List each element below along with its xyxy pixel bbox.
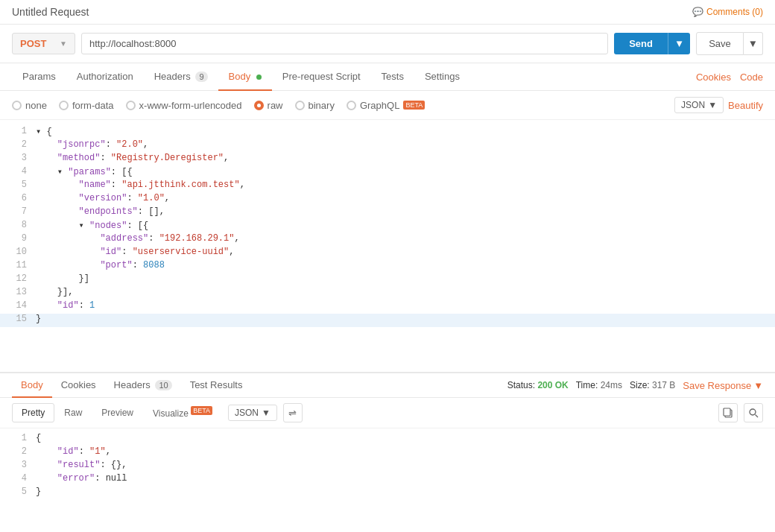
- line-number: 12: [6, 273, 27, 287]
- search-icon: [748, 408, 759, 418]
- res-tab-raw[interactable]: Raw: [54, 403, 92, 422]
- title-bar: Untitled Request 💬 Comments (0): [0, 0, 775, 25]
- comment-icon: 💬: [692, 7, 703, 17]
- option-none-label: none: [25, 100, 47, 111]
- body-dot: [256, 75, 262, 80]
- line-content: }: [36, 487, 41, 500]
- radio-formdata-icon: [59, 101, 69, 110]
- search-icon-button[interactable]: [744, 403, 763, 422]
- response-format-label: JSON: [235, 408, 259, 418]
- option-formdata[interactable]: form-data: [59, 100, 114, 111]
- radio-binary-icon: [295, 101, 305, 110]
- option-urlencoded[interactable]: x-www-form-urlencoded: [126, 100, 242, 111]
- code-link[interactable]: Code: [740, 72, 763, 83]
- send-btn-group: Send ▼: [614, 33, 690, 54]
- line-content: "id": 1: [36, 300, 95, 314]
- comments-label: Comments (0): [706, 7, 763, 17]
- line-number: 3: [6, 153, 27, 166]
- save-response-button[interactable]: Save Response ▼: [683, 380, 763, 391]
- response-format-chevron-icon: ▼: [262, 408, 271, 418]
- request-title: Untitled Request: [12, 6, 89, 18]
- save-response-chevron-icon: ▼: [753, 380, 763, 391]
- comments-link[interactable]: 💬 Comments (0): [692, 7, 763, 17]
- line-number: 1: [6, 126, 27, 139]
- tab-settings[interactable]: Settings: [414, 63, 470, 91]
- send-dropdown-button[interactable]: ▼: [668, 33, 690, 54]
- radio-urlencoded-icon: [126, 101, 136, 110]
- request-code-line: 12 }]: [0, 273, 775, 287]
- line-number: 13: [6, 287, 27, 300]
- request-tabs-bar: Params Authorization Headers 9 Body Pre-…: [0, 63, 775, 91]
- request-code-line: 6 "version": "1.0",: [0, 193, 775, 206]
- option-none[interactable]: none: [12, 100, 47, 111]
- tab-prerequest[interactable]: Pre-request Script: [272, 63, 371, 91]
- format-select[interactable]: JSON ▼: [674, 97, 724, 113]
- line-number: 8: [6, 220, 27, 233]
- line-content: }]: [36, 273, 89, 287]
- status-code: 200 OK: [537, 380, 568, 390]
- response-format-select[interactable]: JSON ▼: [228, 405, 277, 421]
- tab-headers[interactable]: Headers 9: [144, 63, 218, 91]
- request-area: POST ▼ Send ▼ Save ▼ Params Authorizatio…: [0, 25, 775, 373]
- line-content: "id": "1",: [36, 446, 111, 460]
- save-btn-group: Save ▼: [696, 32, 763, 55]
- res-tab-preview[interactable]: Preview: [92, 403, 143, 422]
- wrap-icon-button[interactable]: ⇌: [283, 403, 303, 422]
- option-graphql[interactable]: GraphQL BETA: [347, 100, 425, 111]
- tab-tests[interactable]: Tests: [371, 63, 414, 91]
- request-code-editor[interactable]: 1▾ {2 "jsonrpc": "2.0",3 "method": "Regi…: [0, 120, 775, 373]
- tab-body[interactable]: Body: [218, 63, 272, 91]
- line-number: 11: [6, 260, 27, 273]
- line-number: 2: [6, 446, 27, 460]
- line-content: "id": "userservice-uuid",: [36, 247, 234, 260]
- app-container: Untitled Request 💬 Comments (0) POST ▼ S…: [0, 0, 775, 532]
- svg-line-3: [756, 415, 759, 418]
- request-code-line: 8 ▾ "nodes": [{: [0, 220, 775, 233]
- send-button[interactable]: Send: [614, 33, 668, 54]
- line-content: {: [36, 433, 41, 446]
- copy-icon: [723, 408, 733, 418]
- line-content: "endpoints": [],: [36, 206, 165, 220]
- request-code-line: 13 }],: [0, 287, 775, 300]
- response-code-line: 2 "id": "1",: [0, 446, 775, 460]
- line-content: }: [36, 314, 41, 327]
- cookies-link[interactable]: Cookies: [696, 72, 731, 83]
- svg-rect-1: [724, 408, 730, 416]
- tab-authorization[interactable]: Authorization: [66, 63, 144, 91]
- response-tab-cookies[interactable]: Cookies: [52, 373, 105, 398]
- response-area: Body Cookies Headers 10 Test Results Sta…: [0, 373, 775, 532]
- option-urlencoded-label: x-www-form-urlencoded: [139, 100, 242, 111]
- url-input[interactable]: [81, 33, 608, 54]
- response-tab-testresults[interactable]: Test Results: [181, 373, 252, 398]
- line-number: 5: [6, 180, 27, 193]
- response-time: 24ms: [601, 380, 622, 390]
- request-code-line: 7 "endpoints": [],: [0, 206, 775, 220]
- option-binary[interactable]: binary: [295, 100, 335, 111]
- line-content: "error": null: [36, 473, 127, 487]
- line-content: }],: [36, 287, 73, 300]
- svg-point-2: [750, 409, 756, 415]
- line-content: "result": {},: [36, 460, 127, 473]
- copy-icon-button[interactable]: [718, 403, 738, 422]
- save-button[interactable]: Save: [696, 32, 744, 55]
- visualize-beta-badge: BETA: [191, 406, 212, 415]
- response-code-viewer: 1{2 "id": "1",3 "result": {},4 "error": …: [0, 428, 775, 532]
- option-raw[interactable]: raw: [254, 100, 283, 111]
- res-tab-pretty[interactable]: Pretty: [12, 403, 54, 422]
- method-select[interactable]: POST ▼: [12, 33, 75, 54]
- res-tab-visualize[interactable]: Visualize BETA: [143, 402, 222, 423]
- line-number: 10: [6, 247, 27, 260]
- beautify-button[interactable]: Beautify: [728, 100, 763, 111]
- response-meta: Status: 200 OK Time: 24ms Size: 317 B Sa…: [507, 380, 763, 391]
- line-content: ▾ "params": [{: [36, 166, 133, 180]
- response-tab-headers[interactable]: Headers 10: [105, 373, 181, 398]
- line-number: 5: [6, 487, 27, 500]
- response-tab-body[interactable]: Body: [12, 373, 52, 398]
- request-code-line: 9 "address": "192.168.29.1",: [0, 233, 775, 247]
- tab-params[interactable]: Params: [12, 63, 66, 91]
- response-tabs-bar: Body Cookies Headers 10 Test Results Sta…: [0, 373, 775, 398]
- save-dropdown-button[interactable]: ▼: [744, 32, 763, 55]
- format-label: JSON: [681, 100, 705, 110]
- line-number: 6: [6, 193, 27, 206]
- line-content: "address": "192.168.29.1",: [36, 233, 240, 247]
